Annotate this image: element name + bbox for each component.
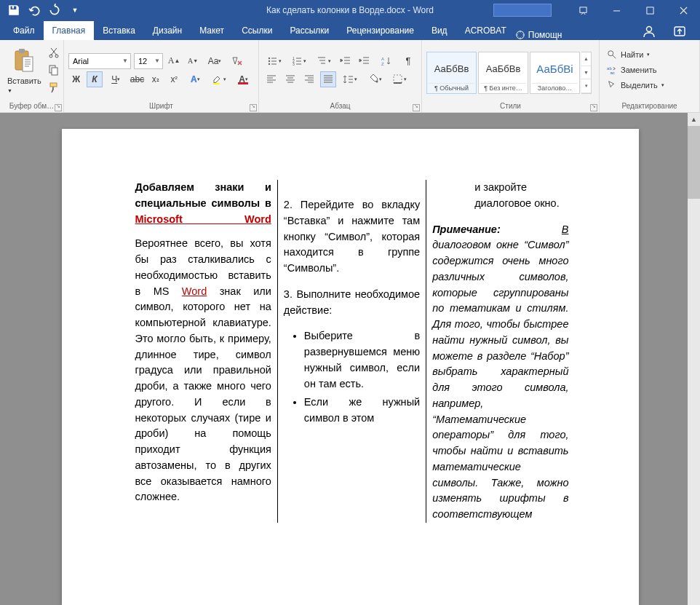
- styles-gallery-more[interactable]: ▲▼▾: [581, 52, 592, 94]
- editing-group-label: Редактирование: [621, 102, 677, 110]
- subscript-icon[interactable]: x₂: [148, 71, 163, 87]
- svg-rect-14: [213, 83, 220, 84]
- minimize-icon[interactable]: [600, 0, 633, 20]
- tab-file[interactable]: Файл: [4, 21, 44, 40]
- font-size-combo[interactable]: 12▼: [134, 53, 163, 69]
- borders-icon[interactable]: ▾: [389, 71, 410, 87]
- column-1: Добавляем знаки и специальные символы в …: [130, 180, 277, 523]
- underline-icon[interactable]: Ч ▾: [106, 71, 127, 87]
- close-icon[interactable]: [667, 0, 700, 20]
- tab-acrobat[interactable]: ACROBAT: [456, 21, 515, 40]
- svg-point-16: [269, 60, 270, 61]
- group-font: Arial▼ 12▼ A▲ A▼ Aa ▾ Ж К Ч ▾ abc x₂ x² …: [64, 40, 259, 112]
- tab-view[interactable]: Вид: [423, 21, 456, 40]
- bullets-icon[interactable]: ▾: [263, 53, 285, 69]
- tab-design[interactable]: Дизайн: [144, 21, 191, 40]
- italic-icon[interactable]: К: [87, 71, 102, 87]
- ribbon-tabs: Файл Главная Вставка Дизайн Макет Ссылки…: [0, 20, 700, 40]
- decrease-indent-icon[interactable]: [338, 53, 354, 69]
- svg-rect-2: [646, 7, 653, 13]
- style-no-spacing[interactable]: АаБбВв¶ Без инте…: [478, 52, 528, 94]
- replace-button[interactable]: abacЗаменить: [604, 63, 667, 76]
- svg-point-17: [269, 63, 270, 64]
- group-clipboard: Вставить ▼ Буфер обм…: [0, 40, 64, 112]
- grow-font-icon[interactable]: A▲: [166, 53, 182, 69]
- vertical-scrollbar[interactable]: ▲: [688, 113, 700, 605]
- font-name-combo[interactable]: Arial▼: [68, 53, 131, 69]
- ribbon: Вставить ▼ Буфер обм… Arial▼ 12▼ A▲ A▼ A…: [0, 40, 700, 113]
- maximize-icon[interactable]: [633, 0, 667, 20]
- align-right-icon[interactable]: [301, 71, 317, 87]
- ribbon-options-icon[interactable]: [566, 0, 600, 20]
- font-launcher[interactable]: [250, 104, 257, 111]
- show-marks-icon[interactable]: ¶: [400, 53, 416, 69]
- align-left-icon[interactable]: [263, 71, 279, 87]
- svg-text:ac: ac: [610, 70, 614, 75]
- numbering-icon[interactable]: 123▾: [288, 53, 310, 69]
- tab-home[interactable]: Главная: [44, 21, 95, 40]
- tab-insert[interactable]: Вставка: [94, 21, 144, 40]
- group-paragraph: ▾ 123▾ ▾ AZ ¶ ▾ ▾ ▾ Абзац: [259, 40, 422, 112]
- svg-rect-12: [52, 68, 57, 75]
- account-placeholder: [493, 4, 552, 17]
- column-3: и закройте диалоговое окно. Примечание: …: [426, 180, 574, 523]
- undo-icon[interactable]: [28, 4, 41, 17]
- account-icon[interactable]: [639, 23, 659, 40]
- svg-text:Z: Z: [381, 62, 384, 66]
- group-editing: Найти ▾ abacЗаменить Выделить ▾ Редактир…: [600, 40, 700, 112]
- text-effects-icon[interactable]: A ▾: [185, 71, 206, 87]
- tab-references[interactable]: Ссылки: [233, 21, 281, 40]
- svg-rect-1: [613, 10, 619, 11]
- tell-me-button[interactable]: Помощн: [515, 30, 562, 40]
- document-area[interactable]: Добавляем знаки и специальные символы в …: [0, 113, 700, 605]
- shading-icon[interactable]: ▾: [364, 71, 386, 87]
- justify-icon[interactable]: [320, 71, 336, 87]
- find-button[interactable]: Найти ▾: [604, 48, 667, 61]
- style-normal[interactable]: АаБбВв¶ Обычный: [426, 52, 477, 94]
- redo-icon[interactable]: [48, 4, 61, 17]
- svg-point-24: [376, 80, 378, 82]
- highlight-icon[interactable]: ▾: [209, 71, 230, 87]
- clipboard-group-label: Буфер обм…: [9, 102, 54, 110]
- multilevel-list-icon[interactable]: ▾: [313, 53, 335, 69]
- styles-launcher[interactable]: [590, 104, 597, 111]
- svg-text:3: 3: [293, 62, 295, 66]
- select-button[interactable]: Выделить ▾: [604, 79, 667, 92]
- svg-point-26: [608, 51, 613, 56]
- clipboard-launcher[interactable]: [55, 104, 62, 111]
- column-2: 2. Перейдите во вкладку “Вставка” и нажм…: [277, 180, 426, 523]
- bold-icon[interactable]: Ж: [68, 71, 84, 87]
- svg-rect-25: [394, 75, 402, 83]
- paste-label: Вставить: [7, 76, 41, 85]
- shrink-font-icon[interactable]: A▼: [185, 53, 201, 69]
- tell-me-label: Помощн: [528, 30, 562, 40]
- sort-icon[interactable]: AZ: [375, 53, 397, 69]
- share-icon[interactable]: [669, 23, 690, 40]
- tab-layout[interactable]: Макет: [191, 21, 233, 40]
- save-icon[interactable]: [7, 4, 20, 17]
- paste-button[interactable]: Вставить ▼: [4, 46, 44, 94]
- align-center-icon[interactable]: [282, 71, 298, 87]
- change-case-icon[interactable]: Aa ▾: [204, 53, 226, 69]
- scroll-thumb[interactable]: [688, 126, 700, 199]
- copy-icon[interactable]: [46, 62, 62, 78]
- increase-indent-icon[interactable]: [357, 53, 373, 69]
- cut-icon[interactable]: [46, 44, 62, 60]
- line-spacing-icon[interactable]: ▾: [339, 71, 361, 87]
- font-color-icon[interactable]: A▾: [233, 71, 254, 87]
- qat-customize-icon[interactable]: ▼: [68, 4, 81, 17]
- style-heading1[interactable]: АаБбВіЗаголово…: [530, 52, 580, 94]
- tab-review[interactable]: Рецензирование: [338, 21, 423, 40]
- paragraph-launcher[interactable]: [413, 104, 420, 111]
- format-painter-icon[interactable]: [46, 79, 62, 95]
- group-styles: АаБбВв¶ Обычный АаБбВв¶ Без инте… АаБбВі…: [422, 40, 600, 112]
- scroll-up-icon[interactable]: ▲: [688, 113, 700, 125]
- styles-group-label: Стили: [500, 102, 521, 110]
- svg-point-4: [647, 27, 652, 32]
- clear-formatting-icon[interactable]: [228, 53, 244, 69]
- superscript-icon[interactable]: x²: [166, 71, 181, 87]
- strikethrough-icon[interactable]: abc: [130, 71, 145, 87]
- paragraph-group-label: Абзац: [330, 102, 350, 110]
- tab-mailings[interactable]: Рассылки: [281, 21, 338, 40]
- svg-rect-13: [50, 83, 57, 87]
